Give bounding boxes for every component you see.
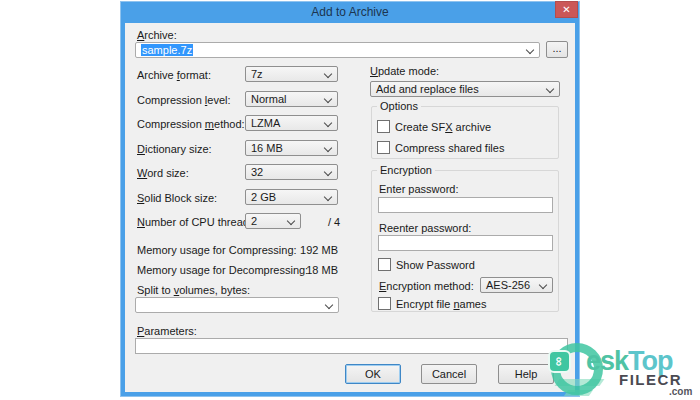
watermark-tld: .com xyxy=(669,386,692,397)
checkbox-icon[interactable] xyxy=(377,120,390,133)
titlebar[interactable]: Add to Archive ✕ xyxy=(120,1,580,23)
dictionary-size-select[interactable]: 16 MB xyxy=(245,140,338,156)
solid-block-size-select[interactable]: 2 GB xyxy=(245,189,338,205)
create-sfx-label: Create SFX archive xyxy=(395,121,491,133)
cpu-threads-label: Number of CPU threads: xyxy=(137,216,257,228)
encryption-method-label: Encryption method: xyxy=(379,280,474,292)
ok-button[interactable]: OK xyxy=(345,364,401,384)
chevron-down-icon xyxy=(324,119,332,127)
encryption-method-select[interactable]: AES-256 xyxy=(480,277,553,293)
close-icon[interactable]: ✕ xyxy=(555,1,578,18)
compression-method-label: Compression method: xyxy=(137,118,245,130)
encrypt-file-names-checkbox[interactable]: Encrypt file names xyxy=(378,297,487,310)
archive-label: Archive: xyxy=(137,29,177,41)
memory-compressing-label: Memory usage for Compressing: xyxy=(137,244,297,256)
compression-level-select[interactable]: Normal xyxy=(245,91,338,107)
show-password-label: Show Password xyxy=(396,259,475,271)
cpu-threads-total: / 4 xyxy=(328,216,340,228)
chevron-down-icon xyxy=(539,281,547,289)
compress-shared-label: Compress shared files xyxy=(395,142,504,154)
chevron-down-icon xyxy=(324,95,332,103)
reenter-password-label: Reenter password: xyxy=(379,222,471,234)
create-sfx-checkbox[interactable]: Create SFX archive xyxy=(377,120,491,133)
encrypt-file-names-label: Encrypt file names xyxy=(396,298,487,310)
archive-format-label: Archive format: xyxy=(137,69,211,81)
memory-compressing-value: 192 MB xyxy=(300,244,338,256)
checkbox-icon[interactable] xyxy=(378,258,391,271)
compress-shared-checkbox[interactable]: Compress shared files xyxy=(377,141,504,154)
chevron-down-icon xyxy=(324,144,332,152)
enter-password-label: Enter password: xyxy=(379,183,458,195)
chevron-down-icon xyxy=(324,193,332,201)
help-button[interactable]: Help xyxy=(498,364,554,384)
options-group-title: Options xyxy=(377,100,421,112)
word-size-select[interactable]: 32 xyxy=(245,164,338,180)
watermark-logo-icon: ∞ xyxy=(548,350,571,373)
browse-button[interactable]: ... xyxy=(546,41,568,58)
chevron-down-icon xyxy=(287,217,295,225)
parameters-field[interactable] xyxy=(135,338,568,354)
chevron-down-icon[interactable] xyxy=(325,301,333,309)
split-volumes-combobox[interactable] xyxy=(135,297,339,313)
dictionary-size-label: Dictionary size: xyxy=(137,143,212,155)
parameters-label: Parameters: xyxy=(137,325,197,337)
archive-name-combobox[interactable]: sample.7z xyxy=(135,42,540,58)
show-password-checkbox[interactable]: Show Password xyxy=(378,258,475,271)
chevron-down-icon[interactable] xyxy=(526,46,534,54)
chevron-down-icon xyxy=(324,70,332,78)
compression-method-select[interactable]: LZMA xyxy=(245,115,338,131)
archive-format-select[interactable]: 7z xyxy=(245,66,338,82)
word-size-label: Word size: xyxy=(137,167,189,179)
solid-block-size-label: Solid Block size: xyxy=(137,192,217,204)
reenter-password-field[interactable] xyxy=(378,235,553,251)
split-volumes-label: Split to volumes, bytes: xyxy=(137,284,250,296)
cancel-button[interactable]: Cancel xyxy=(421,364,477,384)
checkbox-icon[interactable] xyxy=(378,297,391,310)
chevron-down-icon xyxy=(324,168,332,176)
cpu-threads-select[interactable]: 2 xyxy=(245,213,301,229)
dialog-title: Add to Archive xyxy=(120,5,580,19)
update-mode-label: Update mode: xyxy=(370,65,439,77)
chevron-down-icon xyxy=(546,85,554,93)
archive-name-value: sample.7z xyxy=(141,44,193,56)
add-to-archive-dialog: Add to Archive ✕ Archive: sample.7z ... … xyxy=(120,1,580,397)
memory-decompressing-label: Memory usage for Decompressing: xyxy=(137,264,308,276)
encryption-group-title: Encryption xyxy=(377,164,435,176)
memory-decompressing-value: 18 MB xyxy=(306,264,338,276)
checkbox-icon[interactable] xyxy=(377,141,390,154)
compression-level-label: Compression level: xyxy=(137,94,231,106)
dialog-body: Archive: sample.7z ... Archive format: 7… xyxy=(125,23,575,392)
update-mode-select[interactable]: Add and replace files xyxy=(370,81,560,97)
enter-password-field[interactable] xyxy=(378,197,553,213)
